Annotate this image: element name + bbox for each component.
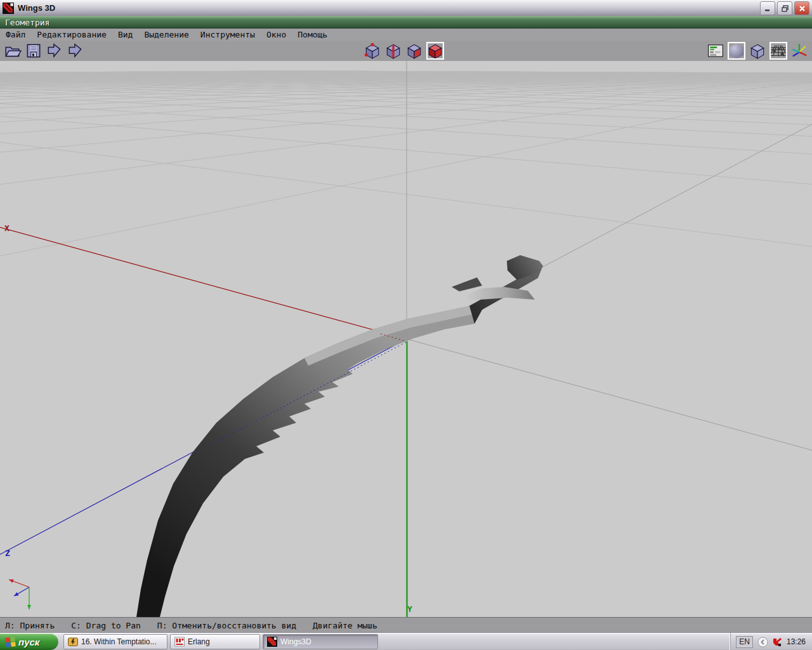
menu-item-5[interactable]: Окно — [261, 30, 292, 39]
restore-icon — [782, 5, 789, 12]
edge-select-icon — [384, 42, 402, 60]
axis-label-z: Z — [5, 548, 10, 558]
save-icon — [25, 42, 43, 60]
smooth-shading-icon — [728, 42, 745, 60]
mini-axes-indicator — [9, 580, 31, 609]
menu-bar: ФайлРедактированиеВидВыделениеИнструмент… — [0, 29, 812, 41]
antivirus-tray-icon[interactable] — [773, 637, 782, 647]
taskbar-task-wings3d[interactable]: Wings3D — [263, 634, 378, 649]
language-indicator[interactable]: EN — [736, 636, 753, 648]
close-icon — [799, 5, 806, 12]
windows-flag-icon — [5, 637, 16, 647]
toolbar-button-body-select[interactable] — [426, 42, 444, 60]
menu-item-2[interactable]: Вид — [112, 30, 138, 39]
toolbar-button-smooth-shading[interactable] — [728, 42, 745, 60]
toolbar-button-redo[interactable] — [67, 42, 84, 60]
taskbar-task-erlang[interactable]: Erlang — [170, 634, 260, 649]
axis-labels: XZY — [4, 223, 412, 614]
toolbar-button-open[interactable] — [4, 42, 22, 60]
wireframe-cube-icon — [749, 42, 766, 60]
start-button-label: пуск — [18, 637, 39, 647]
axis-label-y: Y — [407, 604, 412, 614]
restore-button[interactable] — [777, 1, 792, 15]
vertex-select-icon — [363, 42, 381, 60]
menu-item-0[interactable]: Файл — [0, 30, 31, 39]
hide-tray-icons-button[interactable] — [757, 637, 768, 647]
erlang-icon — [174, 637, 185, 647]
taskbar: пуск 16. Within Temptatio... Erlang Wing… — [0, 632, 812, 650]
toolbar-button-vertex-select[interactable] — [363, 42, 381, 60]
desktop: Wings 3D Геометрия ФайлРедактированиеВид… — [0, 0, 812, 650]
task-label: 16. Within Temptatio... — [81, 637, 157, 646]
viewport-3d[interactable]: XZY — [0, 61, 812, 617]
undo-icon — [46, 42, 63, 60]
window-title: Wings 3D — [18, 3, 55, 13]
winamp-icon — [68, 637, 78, 647]
wings3d-icon — [267, 637, 277, 647]
face-select-icon — [405, 42, 423, 60]
minimize-button[interactable] — [760, 1, 775, 15]
status-item-0: Л: Принять — [5, 621, 55, 630]
toolbar — [0, 41, 812, 62]
toolbar-button-save[interactable] — [25, 42, 43, 60]
title-bar: Wings 3D — [0, 0, 812, 17]
task-label: Erlang — [188, 637, 210, 646]
task-label: Wings3D — [280, 637, 311, 646]
open-icon — [4, 42, 22, 60]
toolbar-button-show-axes[interactable] — [790, 42, 808, 60]
toolbar-button-undo[interactable] — [46, 42, 63, 60]
toolbar-button-wireframe-cube[interactable] — [749, 42, 766, 60]
toolbar-button-edge-select[interactable] — [384, 42, 402, 60]
menu-item-3[interactable]: Выделение — [138, 30, 194, 39]
body-select-icon — [426, 42, 444, 60]
axis-label-x: X — [4, 223, 10, 233]
status-item-1: C: Drag to Pan — [71, 621, 141, 630]
minimize-icon — [764, 5, 771, 11]
toolbar-button-face-select[interactable] — [405, 42, 423, 60]
status-bar: Л: ПринятьC: Drag to PanП: Отменить/восс… — [0, 617, 812, 633]
status-item-2: П: Отменить/восстановить вид — [157, 621, 296, 630]
system-tray: EN 13:26 — [730, 633, 812, 650]
taskbar-task-16-within-temptatio-[interactable]: 16. Within Temptatio... — [63, 634, 167, 649]
toolbar-button-ground-plane[interactable] — [769, 42, 787, 60]
ground-plane-icon — [769, 42, 787, 60]
toolbar-button-geometry-windows[interactable] — [707, 42, 724, 60]
ground-grid — [0, 71, 812, 617]
geometry-window-title: Геометрия — [5, 18, 49, 27]
start-button[interactable]: пуск — [0, 633, 58, 650]
menu-item-4[interactable]: Инструменты — [195, 30, 261, 39]
status-item-3: Двигайте мышь — [313, 621, 377, 630]
geometry-windows-icon — [707, 42, 724, 60]
geometry-window-header[interactable]: Геометрия — [0, 16, 812, 29]
scene-canvas: XZY — [0, 61, 812, 617]
close-button[interactable] — [794, 1, 809, 15]
wings3d-logo-icon — [3, 3, 14, 14]
sword-model[interactable] — [136, 255, 543, 617]
hilt-left-spike[interactable] — [452, 277, 482, 291]
sword-blade[interactable] — [136, 306, 476, 617]
show-axes-icon — [790, 42, 808, 60]
menu-item-6[interactable]: Помощь — [292, 30, 333, 39]
taskbar-clock[interactable]: 13:26 — [787, 637, 806, 646]
menu-item-1[interactable]: Редактирование — [31, 30, 112, 39]
redo-icon — [67, 42, 84, 60]
